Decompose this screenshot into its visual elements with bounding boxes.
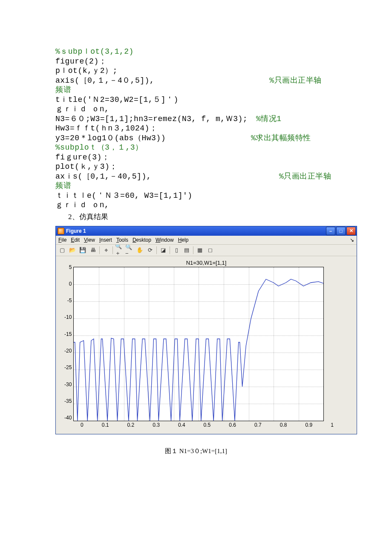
close-button[interactable]: ✕	[346, 227, 356, 235]
plot-area: N1=30,W1=[1,1] 5 0 -5 -10 -15 -20 -25 -3…	[56, 256, 357, 434]
data-cursor-icon[interactable]: ◪	[159, 246, 168, 255]
maximize-button[interactable]: □	[336, 227, 346, 235]
code-line: pｌot(k,ｙ2）;	[55, 66, 337, 76]
rotate-icon[interactable]: ⟳	[145, 246, 155, 255]
dock-arrow-icon[interactable]: ↘	[350, 237, 354, 243]
menubar: File Edit View Insert Tools Desktop Wind…	[56, 236, 357, 245]
zoom-in-icon[interactable]: 🔍＋	[115, 246, 124, 255]
code-block: %ｓubpｌot(3,1,2) figure(2)； pｌot(k,ｙ2）; a…	[55, 47, 337, 210]
dock-icon[interactable]: ◻	[205, 246, 215, 255]
axes	[73, 267, 324, 421]
code-line: %subploｔ（3，１,3）	[55, 143, 337, 153]
code-line: N3=６０;W3=[1,1];hn3=remez(N3, f, m,Ｗ3);%情…	[55, 114, 337, 124]
link-icon[interactable]: ▦	[195, 246, 205, 255]
toolbar: ▢ 📂 💾 🖶 ⌖ 🔍＋ 🔍− ✋ ⟳ ◪ ▯ ▤ ▦ ◻	[56, 245, 357, 256]
separator	[156, 246, 157, 254]
titlebar[interactable]: Figure 1 – □ ✕	[56, 226, 357, 236]
window-title: Figure 1	[66, 228, 86, 234]
menu-insert[interactable]: Insert	[99, 237, 112, 243]
pan-icon[interactable]: ✋	[135, 246, 144, 255]
menu-file[interactable]: File	[58, 237, 66, 243]
y-tick-labels: 5 0 -5 -10 -15 -20 -25 -30 -35 -40	[64, 264, 73, 421]
zoom-out-icon[interactable]: 🔍−	[125, 246, 134, 255]
menu-view[interactable]: View	[84, 237, 95, 243]
code-line: ｇｒｉｄ ｏn,	[55, 200, 337, 210]
matlab-icon	[58, 228, 64, 234]
menu-help[interactable]: Help	[178, 237, 189, 243]
pointer-icon[interactable]: ⌖	[101, 246, 111, 255]
code-line: Hw3=ｆｆt(ｈn３,1024)；	[55, 124, 337, 133]
plot-title: N1=30,W1=[1,1]	[64, 260, 348, 266]
minimize-button[interactable]: –	[326, 227, 335, 235]
menu-desktop[interactable]: Desktop	[133, 237, 151, 243]
figure-caption: 图１ N1=3０;W1=[1,1]	[55, 447, 337, 455]
code-line: 频谱	[55, 181, 337, 191]
separator	[170, 246, 170, 254]
save-icon[interactable]: 💾	[78, 246, 87, 255]
legend-icon[interactable]: ▤	[182, 246, 191, 255]
code-line: %ｓubpｌot(3,1,2)	[55, 47, 337, 57]
code-line: 频谱	[55, 85, 337, 95]
code-line: ｔｉｔｌe(＇Ｎ３=60, W3=[1,1]')	[55, 191, 337, 201]
separator	[193, 246, 193, 254]
print-icon[interactable]: 🖶	[88, 246, 98, 255]
code-line: figure(2)；	[55, 57, 337, 66]
colorbar-icon[interactable]: ▯	[172, 246, 181, 255]
code-line: axis(［0,１,－4０,5]),%只画出正半轴	[55, 76, 337, 86]
code-line: tｉtle('Ｎ2=30,W2=[1,５]＇)	[55, 95, 337, 105]
open-icon[interactable]: 📂	[68, 246, 77, 255]
menu-edit[interactable]: Edit	[71, 237, 80, 243]
section-heading: 2、仿真结果	[68, 212, 337, 222]
figure-window: Figure 1 – □ ✕ File Edit View Insert Too…	[55, 226, 357, 434]
menu-tools[interactable]: Tools	[116, 237, 128, 243]
code-line: axｉs(［0,1,－40,5]),%只画出正半轴	[55, 172, 337, 182]
separator	[99, 246, 100, 254]
x-tick-labels: 0 0.1 0.2 0.3 0.4 0.5 0.6 0.7 0.8 0.9 1	[81, 421, 334, 428]
code-line: fiｇure(3)；	[55, 153, 337, 162]
code-line: plot(ｋ,ｙ3)；	[55, 162, 337, 172]
separator	[112, 246, 113, 254]
code-line: y3=20＊log1０(abs（Hw3))%求出其幅频特性	[55, 133, 337, 143]
new-icon[interactable]: ▢	[58, 246, 67, 255]
menu-window[interactable]: Window	[156, 237, 174, 243]
code-line: ｇｒｉｄ ｏn,	[55, 104, 337, 114]
